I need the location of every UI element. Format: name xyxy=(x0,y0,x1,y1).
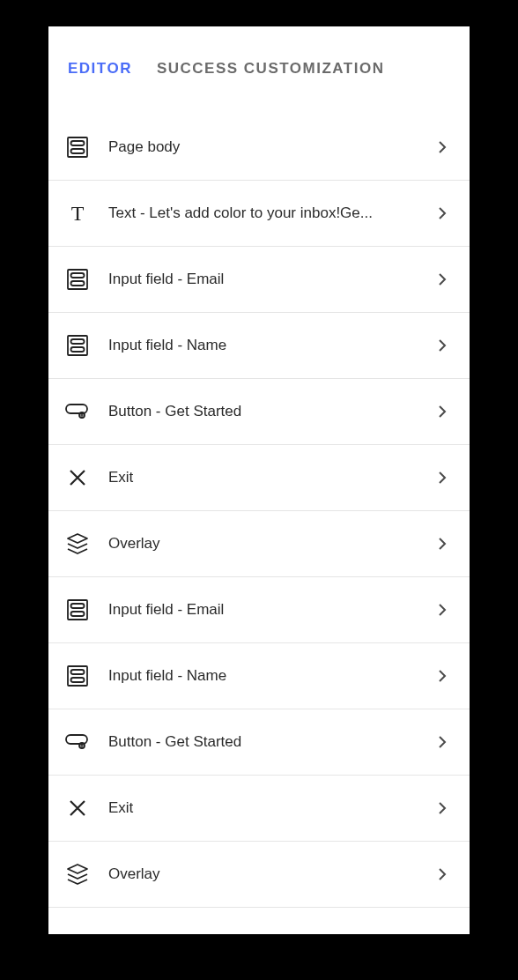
chevron-right-icon xyxy=(434,800,450,816)
item-label: Text - Let's add color to your inbox!Ge.… xyxy=(108,204,434,222)
list-item-button[interactable]: Button - Get Started xyxy=(48,379,470,445)
element-list: Page body T Text - Let's add color to yo… xyxy=(48,115,470,908)
button-icon xyxy=(63,397,92,427)
form-icon xyxy=(63,661,92,691)
chevron-right-icon xyxy=(434,271,450,287)
chevron-right-icon xyxy=(434,536,450,552)
svg-rect-12 xyxy=(71,604,85,608)
chevron-right-icon xyxy=(434,139,450,155)
svg-rect-13 xyxy=(71,612,85,616)
item-label: Button - Get Started xyxy=(108,403,434,420)
close-icon xyxy=(63,793,92,823)
list-item-input-name[interactable]: Input field - Name xyxy=(48,313,470,379)
svg-rect-8 xyxy=(71,347,85,352)
svg-rect-16 xyxy=(71,678,85,682)
close-icon xyxy=(63,463,92,493)
chevron-right-icon xyxy=(434,404,450,419)
text-icon: T xyxy=(63,198,92,228)
svg-rect-1 xyxy=(71,141,85,145)
button-icon xyxy=(63,727,92,757)
list-item-overlay[interactable]: Overlay xyxy=(48,842,470,908)
tab-editor[interactable]: EDITOR xyxy=(68,60,132,78)
item-label: Input field - Name xyxy=(108,667,434,685)
layers-icon xyxy=(63,529,92,559)
item-label: Input field - Email xyxy=(108,271,434,288)
list-item-text[interactable]: T Text - Let's add color to your inbox!G… xyxy=(48,181,470,247)
chevron-right-icon xyxy=(434,866,450,882)
chevron-right-icon xyxy=(434,602,450,618)
list-item-page-body[interactable]: Page body xyxy=(48,115,470,181)
editor-panel: EDITOR SUCCESS CUSTOMIZATION Page body T… xyxy=(48,26,470,934)
chevron-right-icon xyxy=(434,734,450,750)
item-label: Button - Get Started xyxy=(108,733,434,751)
item-label: Overlay xyxy=(108,865,434,883)
chevron-right-icon xyxy=(434,338,450,353)
chevron-right-icon xyxy=(434,205,450,221)
svg-rect-15 xyxy=(71,670,85,674)
chevron-right-icon xyxy=(434,470,450,486)
item-label: Exit xyxy=(108,799,434,817)
list-item-exit[interactable]: Exit xyxy=(48,776,470,842)
tabs: EDITOR SUCCESS CUSTOMIZATION xyxy=(48,60,470,99)
list-item-button[interactable]: Button - Get Started xyxy=(48,709,470,776)
tab-success-customization[interactable]: SUCCESS CUSTOMIZATION xyxy=(157,60,385,78)
form-icon xyxy=(63,330,92,360)
list-item-overlay[interactable]: Overlay xyxy=(48,511,470,577)
item-label: Input field - Email xyxy=(108,601,434,619)
layers-icon xyxy=(63,859,92,889)
svg-rect-4 xyxy=(71,273,85,278)
item-label: Page body xyxy=(108,138,434,156)
list-item-input-email[interactable]: Input field - Email xyxy=(48,247,470,313)
svg-rect-17 xyxy=(66,735,87,744)
svg-rect-2 xyxy=(71,149,85,153)
form-icon xyxy=(63,264,92,294)
list-item-input-email[interactable]: Input field - Email xyxy=(48,577,470,643)
form-icon xyxy=(63,595,92,625)
svg-rect-9 xyxy=(66,405,87,413)
form-icon xyxy=(63,132,92,162)
item-label: Exit xyxy=(108,469,434,486)
list-item-input-name[interactable]: Input field - Name xyxy=(48,643,470,709)
item-label: Input field - Name xyxy=(108,337,434,354)
chevron-right-icon xyxy=(434,668,450,684)
svg-rect-7 xyxy=(71,339,85,344)
item-label: Overlay xyxy=(108,535,434,553)
svg-rect-5 xyxy=(71,281,85,286)
list-item-exit[interactable]: Exit xyxy=(48,445,470,511)
